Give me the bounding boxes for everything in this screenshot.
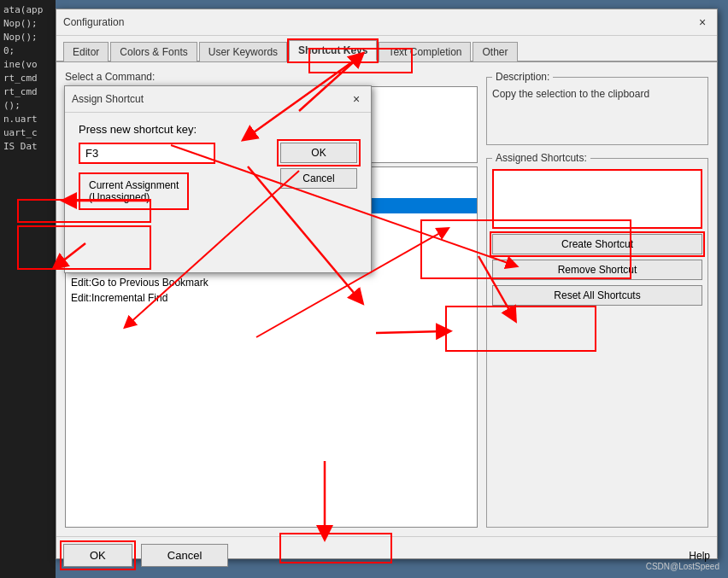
- tabs-bar: Editor Colors & Fonts User Keywords Shor…: [56, 36, 717, 62]
- code-line: ();: [3, 99, 52, 113]
- shortcuts-legend: Assigned Shortcuts:: [492, 152, 590, 164]
- shortcuts-display[interactable]: [492, 169, 702, 229]
- tab-shortcut-keys[interactable]: Shortcut Keys: [289, 40, 377, 61]
- ok-button[interactable]: OK: [63, 544, 132, 567]
- dialog-titlebar: Configuration ×: [56, 9, 717, 36]
- code-line: rt_cmd: [3, 72, 52, 85]
- dialog-footer: OK Cancel Help: [56, 536, 717, 574]
- right-panel: Description: Copy the selection to the c…: [486, 71, 708, 528]
- tab-user-keywords[interactable]: User Keywords: [199, 42, 287, 61]
- code-line: Nop();: [3, 31, 52, 44]
- press-key-label: Press new shortcut key:: [79, 123, 357, 136]
- description-group: Description: Copy the selection to the c…: [486, 71, 708, 145]
- current-assignment-value: (Unassigned): [89, 191, 179, 203]
- assign-shortcut-dialog: Assign Shortcut × Press new shortcut key…: [64, 85, 372, 273]
- watermark: CSDN@LostSpeed: [646, 562, 719, 571]
- shortcut-buttons: Create Shortcut Remove Shortcut Reset Al…: [492, 234, 702, 306]
- tab-other[interactable]: Other: [473, 42, 517, 61]
- tab-editor[interactable]: Editor: [63, 42, 109, 61]
- current-assignment-label: Current Assignment: [89, 179, 179, 191]
- list-item[interactable]: Edit:Go to Previous Bookmark: [66, 275, 477, 290]
- code-line: Nop();: [3, 17, 52, 31]
- assign-dialog-title: Assign Shortcut: [72, 93, 144, 105]
- tab-text-completion[interactable]: Text Completion: [379, 42, 471, 61]
- dialog-title: Configuration: [63, 16, 124, 28]
- help-link[interactable]: Help: [689, 550, 710, 562]
- code-line: ata(app: [3, 3, 52, 17]
- description-legend: Description:: [492, 71, 553, 83]
- create-shortcut-button[interactable]: Create Shortcut: [492, 234, 702, 254]
- tab-colors-fonts[interactable]: Colors & Fonts: [110, 42, 197, 61]
- list-item[interactable]: Edit:Incremental Find: [66, 290, 477, 306]
- cancel-button[interactable]: Cancel: [141, 544, 228, 567]
- assign-content: Press new shortcut key: Current Assignme…: [65, 113, 371, 220]
- assign-titlebar: Assign Shortcut ×: [65, 86, 371, 113]
- reset-shortcuts-button[interactable]: Reset All Shortcuts: [492, 285, 702, 306]
- code-line: n.uart: [3, 113, 52, 126]
- description-text: Copy the selection to the clipboard: [492, 88, 702, 139]
- dialog-close-button[interactable]: ×: [695, 15, 710, 30]
- code-line: ine(vo: [3, 58, 52, 72]
- code-editor-bg: ata(app Nop(); Nop(); 0; ine(vo rt_cmd r…: [0, 0, 56, 578]
- shortcut-key-input[interactable]: [79, 143, 215, 164]
- remove-shortcut-button[interactable]: Remove Shortcut: [492, 260, 702, 280]
- current-assignment-box: Current Assignment (Unassigned): [79, 172, 189, 210]
- assign-cancel-button[interactable]: Cancel: [280, 168, 357, 189]
- shortcuts-group: Assigned Shortcuts: Create Shortcut Remo…: [486, 152, 708, 528]
- code-line: IS Dat: [3, 140, 52, 154]
- code-line: rt_cmd: [3, 85, 52, 99]
- code-line: 0;: [3, 44, 52, 58]
- assign-close-button[interactable]: ×: [349, 91, 364, 107]
- code-line: uart_c: [3, 126, 52, 140]
- assign-ok-button[interactable]: OK: [280, 143, 357, 163]
- select-command-label: Select a Command:: [65, 71, 478, 83]
